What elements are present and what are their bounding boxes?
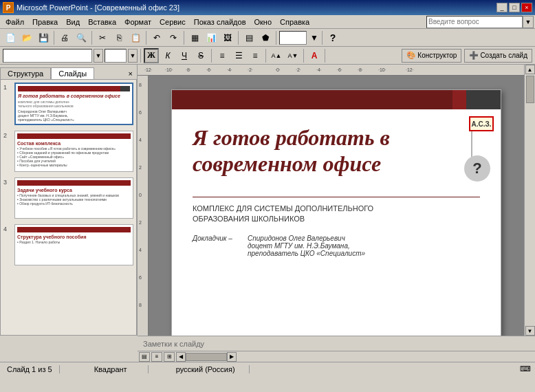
font-size-dropdown[interactable]: ▼ <box>128 49 138 63</box>
ruler-mark: ·2· <box>296 67 301 72</box>
maximize-button[interactable]: □ <box>509 3 520 12</box>
menu-service[interactable]: Сервис <box>155 17 190 27</box>
ruler-mark: ·2· <box>248 67 253 72</box>
create-slide-button[interactable]: ➕ Создать слайд <box>464 49 532 63</box>
redo-button[interactable]: ↷ <box>166 30 181 45</box>
menu-slideshow[interactable]: Показ слайдов <box>190 17 250 27</box>
textbox-icon: ▤ <box>245 33 253 43</box>
minimize-button[interactable]: _ <box>496 3 507 12</box>
help-search-input[interactable] <box>426 16 523 28</box>
slide-number-1: 1 <box>3 83 14 91</box>
normal-view-button[interactable]: ▤ <box>139 352 150 362</box>
toolbar-separator-5 <box>238 31 239 45</box>
scroll-right-button[interactable]: ▶ <box>227 352 237 362</box>
help-button[interactable]: ? <box>325 30 340 45</box>
cut-icon: ✂ <box>99 33 106 43</box>
insert-image-button[interactable]: 🖼 <box>220 30 235 45</box>
slide-thumb-1[interactable]: 1 Я готов работать в современном офисе к… <box>3 83 133 125</box>
thumb-1-title: Я готов работать в современном офисе <box>18 94 130 98</box>
underline-button[interactable]: Ч <box>177 48 192 63</box>
font-name-dropdown[interactable]: ▼ <box>94 49 103 63</box>
thumb-4-title: Структура учебного пособия <box>17 235 131 239</box>
insert-chart-button[interactable]: 📊 <box>204 30 219 45</box>
close-button[interactable]: × <box>521 3 532 12</box>
app-icon: P <box>3 2 14 13</box>
menu-insert[interactable]: Вставка <box>84 17 120 27</box>
open-icon: 📂 <box>22 33 32 43</box>
outline-view-button[interactable]: ≡ <box>151 352 162 362</box>
menu-edit[interactable]: Правка <box>28 17 62 27</box>
font-color-button[interactable]: A <box>307 48 322 63</box>
slide-editor-area: ·12· ·10· ·8· ·6· ·4· ·2· ·0· ·2· ·4· ·6… <box>138 65 524 336</box>
v-ruler-mark: 0 <box>139 193 142 197</box>
italic-icon: К <box>165 51 170 61</box>
paste-button[interactable]: 📋 <box>128 30 143 45</box>
zoom-dropdown-button[interactable]: ▼ <box>309 30 319 45</box>
slide-author-info2: преподаватель ЦКО «Специалист» <box>248 250 480 257</box>
tab-structure[interactable]: Структура <box>0 67 51 79</box>
align-right-button[interactable]: ≡ <box>248 48 263 63</box>
new-button[interactable]: 📄 <box>3 30 18 45</box>
chart-icon: 📊 <box>206 33 217 43</box>
v-ruler-mark: 6 <box>139 110 142 115</box>
slide-sorter-button[interactable]: ⊞ <box>164 352 175 362</box>
menu-format[interactable]: Формат <box>120 17 155 27</box>
comment-box[interactable]: А.С.З. <box>469 116 494 131</box>
format-separator-4 <box>303 49 304 63</box>
cut-button[interactable]: ✂ <box>95 30 110 45</box>
scroll-left-button[interactable]: ◀ <box>176 352 186 362</box>
v-ruler-mark: 2 <box>139 220 142 225</box>
zoom-input[interactable]: 48% <box>279 31 307 45</box>
font-name-input[interactable]: Times New Roman <box>3 49 92 63</box>
create-slide-icon: ➕ <box>469 51 479 60</box>
design-label: Конструктор <box>417 52 457 59</box>
scroll-down-button[interactable]: ▼ <box>525 326 535 336</box>
format-separator-3 <box>265 49 266 63</box>
menu-view[interactable]: Вид <box>62 17 84 27</box>
zoom-label: 48% <box>279 31 307 45</box>
align-center-icon: ☰ <box>235 51 243 61</box>
copy-button[interactable]: ⎘ <box>111 30 127 45</box>
v-ruler-mark: 4 <box>139 138 142 142</box>
design-button[interactable]: 🎨 Конструктор <box>402 49 461 63</box>
decrease-font-button[interactable]: A▼ <box>285 48 301 63</box>
tab-slides[interactable]: Слайды <box>51 67 94 79</box>
slide-thumb-2[interactable]: 2 Состав комплекса • Учебное пособие «Я … <box>3 131 133 172</box>
slide-subtitle[interactable]: КОМПЛЕКС ДЛЯ СИСТЕМЫ ДОПОЛНИТЕЛЬНОГООБРА… <box>193 204 466 225</box>
align-center-button[interactable]: ☰ <box>231 48 246 63</box>
slide-thumb-4[interactable]: 4 Структура учебного пособия • Раздел 1.… <box>3 224 133 265</box>
save-button[interactable]: 💾 <box>36 30 51 45</box>
auto-shapes-button[interactable]: ⬟ <box>258 30 273 45</box>
thumb-2-title: Состав комплекса <box>17 141 131 146</box>
slide-1[interactable]: А.С.З. ? Я готов работать в современном … <box>171 89 501 336</box>
design-tools: 🎨 Конструктор ➕ Создать слайд <box>402 49 532 63</box>
font-size-input[interactable]: 18 <box>105 49 127 63</box>
format-separator-5 <box>325 49 325 63</box>
menu-help[interactable]: Справка <box>276 17 314 27</box>
menu-window[interactable]: Окно <box>250 17 276 27</box>
preview-button[interactable]: 🔍 <box>74 30 89 45</box>
help-search-area: ▼ <box>426 16 534 28</box>
ruler-mark: ·10· <box>165 67 173 72</box>
text-box-button[interactable]: ▤ <box>241 30 256 45</box>
print-button[interactable]: 🖨 <box>57 30 72 45</box>
help-search-button[interactable]: ▼ <box>523 16 534 28</box>
h-scroll-thumb[interactable] <box>186 353 227 361</box>
undo-button[interactable]: ↶ <box>149 30 164 45</box>
ruler-mark: ·0· <box>275 67 281 72</box>
thumb-2-content: • Учебное пособие «Я готов работать в со… <box>17 146 131 167</box>
align-left-button[interactable]: ≡ <box>215 48 230 63</box>
open-button[interactable]: 📂 <box>19 30 34 45</box>
italic-button[interactable]: К <box>160 48 175 63</box>
v-ruler-mark: 8 <box>139 83 142 87</box>
slide-thumb-3[interactable]: 3 Задачи учебного курса • Получение базо… <box>3 177 133 219</box>
slide-title[interactable]: Я готов работать в современном офисе <box>193 124 466 177</box>
scroll-thumb[interactable] <box>526 76 534 103</box>
strikethrough-button[interactable]: S <box>193 48 208 63</box>
increase-font-button[interactable]: A▲ <box>269 48 284 63</box>
bold-button[interactable]: Ж <box>144 48 159 63</box>
panel-close-button[interactable]: × <box>124 68 137 79</box>
menu-file[interactable]: Файл <box>1 17 28 27</box>
insert-table-button[interactable]: ▦ <box>187 30 202 45</box>
scroll-up-button[interactable]: ▲ <box>525 65 535 74</box>
